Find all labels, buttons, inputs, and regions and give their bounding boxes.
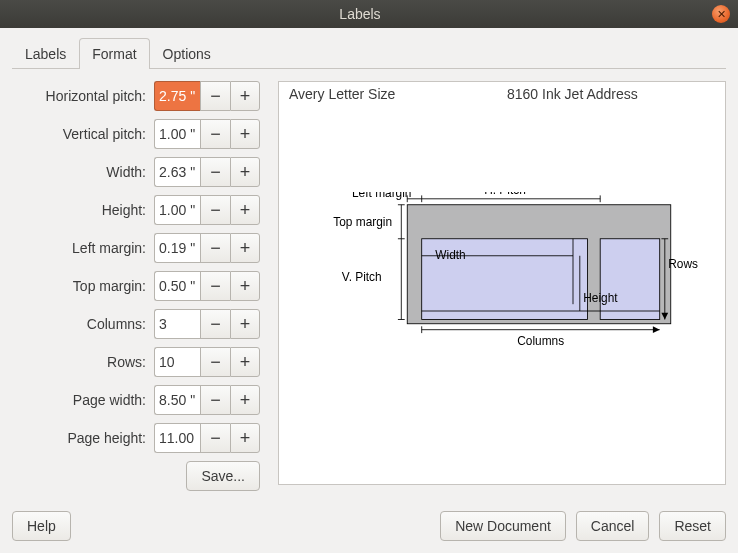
label-columns: Columns:	[87, 316, 146, 332]
dec-top-margin[interactable]: −	[200, 271, 230, 301]
spin-rows: − +	[154, 347, 260, 377]
spin-page-width: − +	[154, 385, 260, 415]
input-horizontal-pitch[interactable]	[154, 81, 200, 111]
input-top-margin[interactable]	[154, 271, 200, 301]
spin-width: − +	[154, 157, 260, 187]
inc-vertical-pitch[interactable]: +	[230, 119, 260, 149]
dec-width[interactable]: −	[200, 157, 230, 187]
inc-page-height[interactable]: +	[230, 423, 260, 453]
label-page-height: Page height:	[67, 430, 146, 446]
preview-type: 8160 Ink Jet Address	[497, 86, 715, 102]
input-vertical-pitch[interactable]	[154, 119, 200, 149]
label-left-margin: Left margin:	[72, 240, 146, 256]
new-document-button[interactable]: New Document	[440, 511, 566, 541]
input-page-height[interactable]	[154, 423, 200, 453]
label-top-margin: Top margin:	[73, 278, 146, 294]
label-horizontal-pitch: Horizontal pitch:	[46, 88, 146, 104]
inc-columns[interactable]: +	[230, 309, 260, 339]
svg-text:Columns: Columns	[517, 334, 564, 348]
spin-left-margin: − +	[154, 233, 260, 263]
spin-top-margin: − +	[154, 271, 260, 301]
label-width: Width:	[106, 164, 146, 180]
label-height: Height:	[102, 202, 146, 218]
spin-height: − +	[154, 195, 260, 225]
inc-rows[interactable]: +	[230, 347, 260, 377]
label-page-width: Page width:	[73, 392, 146, 408]
dec-columns[interactable]: −	[200, 309, 230, 339]
input-width[interactable]	[154, 157, 200, 187]
svg-text:Width: Width	[435, 248, 465, 262]
spin-page-height: − +	[154, 423, 260, 453]
dec-page-height[interactable]: −	[200, 423, 230, 453]
cancel-button[interactable]: Cancel	[576, 511, 650, 541]
input-height[interactable]	[154, 195, 200, 225]
svg-text:Rows: Rows	[668, 258, 698, 272]
help-button[interactable]: Help	[12, 511, 71, 541]
format-fields: Horizontal pitch: − + Vertical pitch: − …	[12, 81, 260, 491]
reset-button[interactable]: Reset	[659, 511, 726, 541]
input-left-margin[interactable]	[154, 233, 200, 263]
inc-page-width[interactable]: +	[230, 385, 260, 415]
preview-pane: Avery Letter Size 8160 Ink Jet Address	[278, 81, 726, 485]
window-titlebar: Labels ✕	[0, 0, 738, 28]
svg-text:H. Pitch: H. Pitch	[484, 192, 526, 197]
inc-horizontal-pitch[interactable]: +	[230, 81, 260, 111]
tab-bar: Labels Format Options	[12, 38, 726, 69]
svg-text:Left margin: Left margin	[352, 192, 411, 200]
tab-options[interactable]: Options	[150, 38, 224, 69]
svg-text:Height: Height	[583, 292, 618, 306]
dec-rows[interactable]: −	[200, 347, 230, 377]
dec-horizontal-pitch[interactable]: −	[200, 81, 230, 111]
dec-page-width[interactable]: −	[200, 385, 230, 415]
close-icon[interactable]: ✕	[712, 5, 730, 23]
inc-width[interactable]: +	[230, 157, 260, 187]
tab-format[interactable]: Format	[79, 38, 149, 69]
inc-height[interactable]: +	[230, 195, 260, 225]
svg-text:V. Pitch: V. Pitch	[342, 270, 382, 284]
input-columns[interactable]	[154, 309, 200, 339]
window-title: Labels	[8, 6, 712, 22]
inc-top-margin[interactable]: +	[230, 271, 260, 301]
spin-vertical-pitch: − +	[154, 119, 260, 149]
preview-brand: Avery Letter Size	[289, 86, 497, 102]
svg-text:Top margin: Top margin	[333, 215, 392, 229]
spin-columns: − +	[154, 309, 260, 339]
dec-height[interactable]: −	[200, 195, 230, 225]
input-page-width[interactable]	[154, 385, 200, 415]
svg-marker-20	[653, 326, 660, 333]
save-button[interactable]: Save...	[186, 461, 260, 491]
inc-left-margin[interactable]: +	[230, 233, 260, 263]
label-vertical-pitch: Vertical pitch:	[63, 126, 146, 142]
label-rows: Rows:	[107, 354, 146, 370]
dialog-footer: Help New Document Cancel Reset	[12, 511, 726, 541]
dec-left-margin[interactable]: −	[200, 233, 230, 263]
spin-horizontal-pitch: − +	[154, 81, 260, 111]
label-diagram: Left margin H. Pitch Top margin V. Pitch…	[293, 192, 717, 362]
tab-labels[interactable]: Labels	[12, 38, 79, 69]
dec-vertical-pitch[interactable]: −	[200, 119, 230, 149]
svg-rect-2	[600, 239, 660, 320]
input-rows[interactable]	[154, 347, 200, 377]
